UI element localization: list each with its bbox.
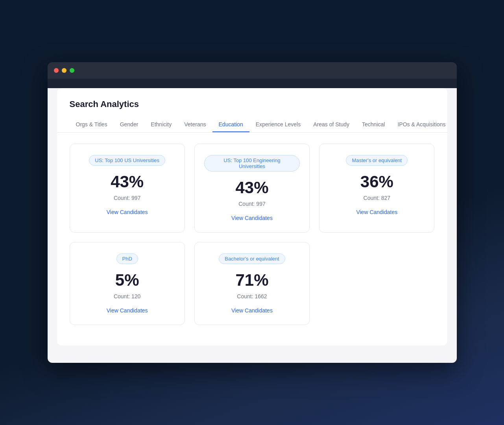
card-count-masters: Count: 827: [364, 195, 391, 201]
tab-technical[interactable]: Technical: [356, 117, 391, 132]
card-badge-top100-eng: US: Top 100 Engineering Universities: [204, 155, 300, 172]
tab-education[interactable]: Education: [212, 117, 249, 132]
card-top100-eng: US: Top 100 Engineering Universities43%C…: [194, 144, 310, 233]
view-candidates-link-top100-eng[interactable]: View Candidates: [231, 215, 273, 221]
card-badge-bachelors: Bachelor's or equivalent: [219, 253, 285, 264]
tab-bar: Orgs & TitlesGenderEthnicityVeteransEduc…: [70, 117, 435, 132]
card-percent-top100-eng: 43%: [235, 179, 268, 196]
titlebar: [48, 62, 457, 79]
tab-orgs-titles[interactable]: Orgs & Titles: [70, 117, 114, 132]
view-candidates-link-bachelors[interactable]: View Candidates: [231, 307, 273, 314]
card-badge-masters: Master's or equivalent: [346, 155, 408, 166]
card-percent-phd: 5%: [115, 272, 139, 288]
tab-ethnicity[interactable]: Ethnicity: [144, 117, 178, 132]
app-window: Search Analytics Orgs & TitlesGenderEthn…: [48, 62, 457, 363]
card-percent-bachelors: 71%: [235, 272, 268, 288]
cards-row-2: PhD5%Count: 120View CandidatesBachelor's…: [70, 242, 435, 325]
card-count-top100-us: Count: 997: [114, 195, 141, 201]
card-top100-us: US: Top 100 US Universities43%Count: 997…: [70, 144, 185, 233]
tab-ipos-acquisitions[interactable]: IPOs & Acquisitions: [391, 117, 447, 132]
cards-container: US: Top 100 US Universities43%Count: 997…: [57, 133, 447, 346]
cards-row-1: US: Top 100 US Universities43%Count: 997…: [70, 144, 435, 233]
page-content: Search Analytics Orgs & TitlesGenderEthn…: [48, 88, 457, 363]
tab-gender[interactable]: Gender: [114, 117, 145, 132]
card-badge-phd: PhD: [116, 253, 138, 264]
main-panel: Search Analytics Orgs & TitlesGenderEthn…: [57, 88, 447, 346]
card-badge-top100-us: US: Top 100 US Universities: [89, 155, 165, 166]
tab-experience-levels[interactable]: Experience Levels: [249, 117, 307, 132]
card-phd: PhD5%Count: 120View Candidates: [70, 242, 185, 325]
panel-header: Search Analytics Orgs & TitlesGenderEthn…: [57, 88, 447, 133]
tab-veterans[interactable]: Veterans: [178, 117, 212, 132]
card-count-phd: Count: 120: [114, 293, 141, 299]
card-percent-masters: 36%: [360, 174, 393, 190]
card-count-bachelors: Count: 1662: [237, 293, 267, 299]
view-candidates-link-masters[interactable]: View Candidates: [356, 209, 397, 215]
card-count-top100-eng: Count: 997: [238, 201, 266, 207]
view-candidates-link-phd[interactable]: View Candidates: [107, 307, 148, 314]
minimize-button[interactable]: [62, 68, 66, 73]
view-candidates-link-top100-us[interactable]: View Candidates: [107, 209, 148, 215]
card-bachelors: Bachelor's or equivalent71%Count: 1662Vi…: [194, 242, 310, 325]
fullscreen-button[interactable]: [70, 68, 74, 73]
close-button[interactable]: [54, 68, 59, 73]
card-percent-top100-us: 43%: [111, 174, 144, 190]
page-title: Search Analytics: [70, 99, 435, 109]
tab-areas-of-study[interactable]: Areas of Study: [307, 117, 356, 132]
card-masters: Master's or equivalent36%Count: 827View …: [319, 144, 434, 233]
